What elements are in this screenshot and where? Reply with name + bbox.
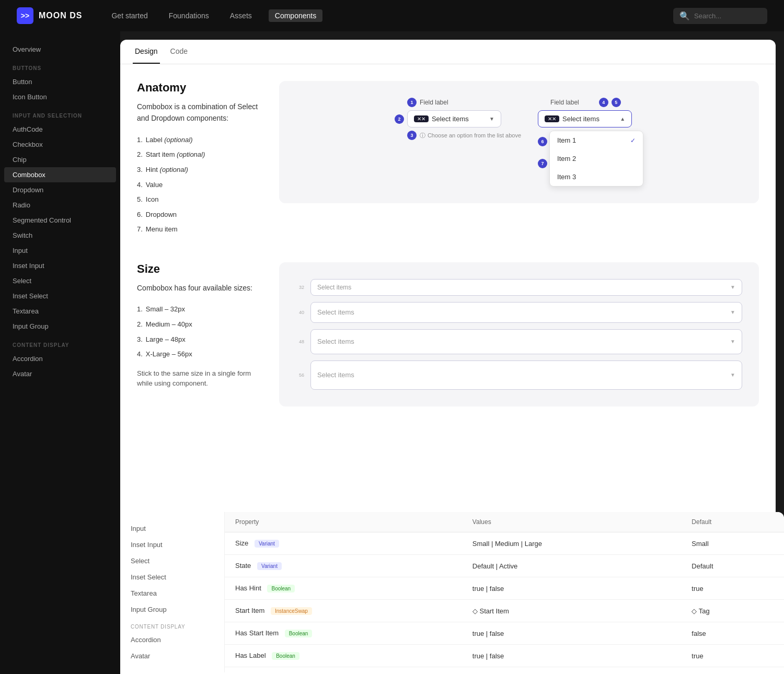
list-item: 3.Hint (optional)	[137, 162, 262, 178]
list-item: 3.Large – 48px	[137, 332, 262, 347]
select-items-text-2: Select items	[562, 115, 599, 123]
combobox-open[interactable]: ✕✕ Select items ▲	[538, 110, 632, 127]
sidebar-item-overview[interactable]: Overview	[0, 42, 120, 57]
select-large[interactable]: Select items ▼	[310, 329, 742, 354]
values-has-start-item: true | false	[462, 622, 681, 645]
size-row-small: 32 Select items ▼	[296, 279, 742, 296]
tag-variant: Variant	[255, 540, 279, 548]
bottom-sidebar-inset-input[interactable]: Inset Input	[120, 537, 224, 553]
bottom-sidebar: Input Inset Input Select Inset Select Te…	[120, 512, 225, 672]
dropdown-item-2[interactable]: Item 2	[550, 149, 643, 168]
bottom-sidebar-avatar[interactable]: Avatar	[120, 648, 224, 664]
sidebar-item-select[interactable]: Select	[0, 273, 120, 288]
tag-variant: Variant	[257, 562, 282, 570]
sidebar-item-button[interactable]: Button	[0, 74, 120, 89]
tab-code[interactable]: Code	[168, 40, 190, 64]
anatomy-text: Anatomy Combobox is a combination of Sel…	[137, 81, 262, 237]
select-items-text-1: Select items	[432, 115, 469, 123]
nav-assets[interactable]: Assets	[226, 9, 256, 22]
default-has-start-item: false	[681, 622, 784, 645]
bottom-sidebar-input-group[interactable]: Input Group	[120, 601, 224, 618]
values-state: Default | Active	[462, 555, 681, 577]
bottom-layout: Input Inset Input Select Inset Select Te…	[120, 512, 784, 672]
nav-search-box[interactable]: 🔍	[673, 8, 767, 24]
chevron-up-icon: ▲	[620, 116, 625, 122]
logo[interactable]: >> MOON DS	[17, 7, 82, 24]
field-label-right: Field label	[550, 99, 579, 106]
sidebar-item-avatar[interactable]: Avatar	[0, 366, 120, 381]
sidebar-item-input-group[interactable]: Input Group	[0, 319, 120, 334]
select-items-md: Select items	[317, 308, 354, 316]
list-item: 6.Dropdown	[137, 207, 262, 223]
bottom-sidebar-section-content: CONTENT DISPLAY	[120, 618, 224, 632]
select-small[interactable]: Select items ▼	[310, 279, 742, 296]
sidebar-item-icon-button[interactable]: Icon Button	[0, 89, 120, 104]
bottom-sidebar-textarea[interactable]: Textarea	[120, 585, 224, 601]
sidebar-item-accordion[interactable]: Accordion	[0, 351, 120, 366]
sidebar-item-combobox[interactable]: Combobox	[4, 167, 116, 182]
sidebar-item-checkbox[interactable]: Checkbox	[0, 137, 120, 152]
select-items-sm: Select items	[317, 284, 351, 291]
select-medium[interactable]: Select items ▼	[310, 302, 742, 323]
panel-tabs: Design Code	[120, 40, 776, 64]
sidebar-item-inset-input[interactable]: Inset Input	[0, 258, 120, 273]
properties-table: Property Values Default Size Variant Sma…	[225, 512, 784, 667]
size-preview: 32 Select items ▼ 40 Select items	[279, 262, 759, 406]
bottom-sidebar-accordion[interactable]: Accordion	[120, 632, 224, 648]
nav-links: Get started Foundations Assets Component…	[107, 9, 656, 22]
sidebar-item-textarea[interactable]: Textarea	[0, 304, 120, 319]
dropdown-item-1[interactable]: Item 1 ✓	[550, 131, 643, 149]
sidebar-item-chip[interactable]: Chip	[0, 152, 120, 167]
tag-instanceswap: InstanceSwap	[271, 607, 312, 615]
prop-has-label: Has Label Boolean	[225, 645, 462, 667]
size-list: 1.Small – 32px 2.Medium – 40px 3.Large –…	[137, 302, 262, 362]
sidebar-item-switch[interactable]: Switch	[0, 228, 120, 243]
nav-components[interactable]: Components	[269, 9, 322, 22]
chevron-down-md: ▼	[730, 309, 735, 315]
nav-get-started[interactable]: Get started	[107, 9, 152, 22]
badge-1: 1	[407, 98, 417, 107]
sidebar-item-input[interactable]: Input	[0, 243, 120, 258]
select-items-lg: Select items	[317, 338, 354, 345]
default-start-item: ◇ Tag	[681, 600, 784, 622]
table-row: Has Label Boolean true | false true	[225, 645, 784, 667]
sidebar-item-dropdown[interactable]: Dropdown	[0, 182, 120, 197]
size-desc: Combobox has four available sizes:	[137, 282, 262, 294]
sidebar-section-content: CONTENT DISPLAY	[0, 334, 120, 351]
chevron-down-xl: ▼	[730, 372, 735, 378]
tag-badge: ✕✕	[414, 115, 429, 122]
list-item: 5.Icon	[137, 192, 262, 207]
combobox-closed[interactable]: ✕✕ Select items ▼	[407, 110, 501, 127]
size-title: Size	[137, 262, 262, 276]
badge-3: 3	[407, 131, 417, 140]
nav-foundations[interactable]: Foundations	[165, 9, 213, 22]
hint-text: ⓘ Choose an option from the list above	[420, 132, 521, 140]
tab-design[interactable]: Design	[133, 40, 160, 64]
bottom-sidebar-inset-select[interactable]: Inset Select	[120, 569, 224, 585]
table-row: State Variant Default | Active Default	[225, 555, 784, 577]
list-item: 1.Label (optional)	[137, 133, 262, 148]
sidebar-item-authcode[interactable]: AuthCode	[0, 122, 120, 137]
prop-has-hint: Has Hint Boolean	[225, 577, 462, 600]
bottom-sidebar-input[interactable]: Input	[120, 520, 224, 537]
default-size: Small	[681, 532, 784, 555]
bottom-sidebar-select[interactable]: Select	[120, 553, 224, 569]
default-has-label: true	[681, 645, 784, 667]
col-property: Property	[225, 512, 462, 532]
nav-search-input[interactable]	[694, 12, 761, 20]
anatomy-title: Anatomy	[137, 81, 262, 95]
list-item: 4.X-Large – 56px	[137, 347, 262, 362]
dropdown-item-3[interactable]: Item 3	[550, 168, 643, 186]
tag-boolean: Boolean	[285, 630, 313, 637]
size-section: Size Combobox has four available sizes: …	[137, 262, 759, 406]
sidebar-item-inset-select[interactable]: Inset Select	[0, 288, 120, 304]
size-note: Stick to the same size in a single form …	[137, 368, 262, 389]
sidebar-item-radio[interactable]: Radio	[0, 197, 120, 213]
prop-start-item: Start Item InstanceSwap	[225, 600, 462, 622]
sidebar-item-segmented-control[interactable]: Segmented Control	[0, 213, 120, 228]
search-icon: 🔍	[679, 11, 690, 21]
select-xlarge[interactable]: Select items ▼	[310, 361, 742, 390]
badge-7: 7	[538, 159, 547, 168]
list-item: 1.Small – 32px	[137, 302, 262, 317]
values-has-hint: true | false	[462, 577, 681, 600]
